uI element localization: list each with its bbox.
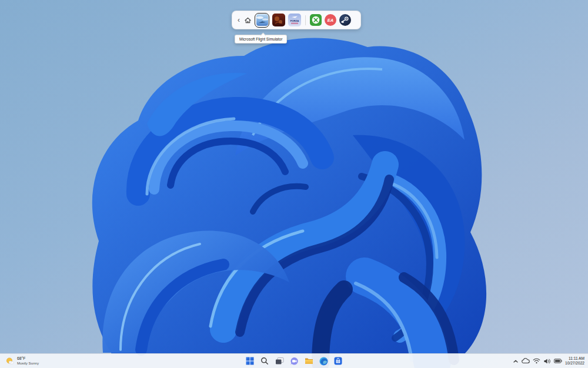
ea-icon: EA <box>325 14 336 26</box>
weather-widget[interactable]: 68°F Mostly Sunny <box>0 354 45 368</box>
taskbar: 68°F Mostly Sunny <box>0 353 588 368</box>
home-button[interactable] <box>244 16 252 24</box>
chevron-up-icon <box>513 359 519 364</box>
weather-temperature: 68°F <box>17 356 39 361</box>
game-launcher-bar: ‹ <box>232 11 361 29</box>
edge-button[interactable] <box>318 355 330 367</box>
flight-simulator-cover-icon <box>256 14 268 26</box>
search-button[interactable] <box>259 355 271 367</box>
xbox-launcher-button[interactable] <box>310 14 322 26</box>
battery-icon <box>554 359 562 363</box>
battery-button[interactable] <box>554 359 562 363</box>
game-tile-flight-simulator[interactable] <box>255 13 269 28</box>
weather-condition: Mostly Sunny <box>17 361 39 365</box>
chevron-left-icon: ‹ <box>236 16 241 24</box>
onedrive-cloud-icon <box>522 358 530 364</box>
clock-date: 10/27/2022 <box>565 361 584 366</box>
chat-button[interactable] <box>288 355 300 367</box>
game-cover-dark-red-icon <box>272 14 285 26</box>
steam-launcher-button[interactable] <box>339 14 351 26</box>
taskbar-center-icons <box>244 355 345 367</box>
game-tile-forza[interactable]: FORZA <box>288 14 301 26</box>
weather-text: 68°F Mostly Sunny <box>17 356 39 366</box>
network-button[interactable] <box>533 358 540 364</box>
xbox-icon <box>310 14 322 26</box>
start-button[interactable] <box>244 355 256 367</box>
home-icon <box>244 16 252 24</box>
volume-button[interactable] <box>543 358 551 364</box>
speaker-icon <box>543 358 551 364</box>
steam-icon <box>339 14 351 26</box>
windows-logo-icon <box>246 357 254 365</box>
svg-text:FORZA: FORZA <box>290 19 299 22</box>
wifi-icon <box>533 358 540 364</box>
bloom-wallpaper <box>0 0 588 368</box>
clock-widget[interactable]: 11:11 AM 10/27/2022 <box>565 356 584 366</box>
ea-launcher-button[interactable]: EA <box>325 14 336 26</box>
onedrive-button[interactable] <box>522 358 530 364</box>
edge-swirl-icon <box>319 357 328 366</box>
magnifier-icon <box>260 357 269 365</box>
show-hidden-icons-button[interactable] <box>513 359 519 364</box>
folder-icon <box>305 357 313 365</box>
stacked-windows-icon <box>275 357 284 365</box>
file-explorer-button[interactable] <box>303 355 315 367</box>
divider <box>305 15 306 25</box>
tooltip-text: Microsoft Flight Simulator <box>239 37 282 41</box>
svg-text:EA: EA <box>328 18 333 23</box>
store-button[interactable] <box>332 355 345 367</box>
system-tray: 11:11 AM 10/27/2022 <box>513 354 588 368</box>
forza-cover-icon: FORZA <box>288 14 301 26</box>
back-button[interactable]: ‹ <box>236 16 241 24</box>
partly-sunny-icon <box>6 357 15 366</box>
task-view-button[interactable] <box>273 355 286 367</box>
game-tile-2[interactable] <box>272 14 285 26</box>
store-bag-icon <box>334 357 342 365</box>
tooltip-flight-simulator: Microsoft Flight Simulator <box>235 35 287 44</box>
video-chat-bubble-icon <box>290 357 299 366</box>
clock-time: 11:11 AM <box>565 356 584 361</box>
